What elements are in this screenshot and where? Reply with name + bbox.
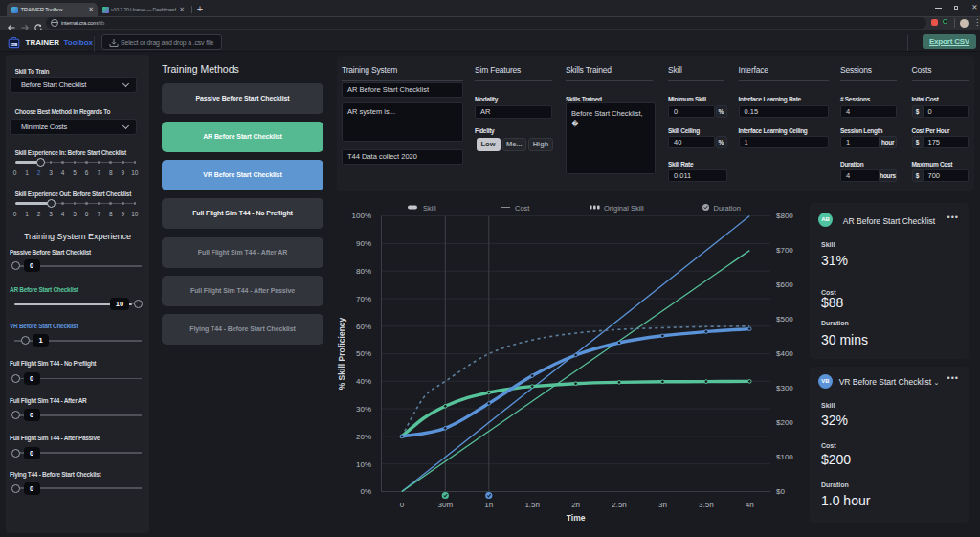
svg-text:$100: $100	[776, 453, 793, 461]
svg-text:$600: $600	[776, 280, 793, 289]
svg-text:0%: 0%	[360, 487, 371, 496]
svg-text:0: 0	[400, 501, 405, 509]
svg-text:Duration: Duration	[714, 204, 741, 213]
svg-text:90%: 90%	[356, 239, 371, 248]
svg-text:100%: 100%	[352, 212, 371, 220]
svg-text:1h: 1h	[484, 501, 493, 509]
svg-text:2.5h: 2.5h	[612, 501, 627, 509]
svg-text:$800: $800	[776, 212, 793, 220]
svg-text:$300: $300	[776, 384, 793, 392]
svg-text:% Skill Proficiency: % Skill Proficiency	[337, 317, 346, 390]
svg-text:Skill: Skill	[423, 204, 436, 213]
svg-text:$400: $400	[776, 349, 793, 358]
svg-text:2h: 2h	[571, 501, 580, 509]
svg-text:3h: 3h	[658, 501, 667, 509]
svg-text:3.5h: 3.5h	[699, 501, 714, 509]
svg-text:10%: 10%	[356, 460, 371, 469]
svg-text:Time: Time	[567, 513, 586, 523]
svg-text:1.5h: 1.5h	[524, 501, 540, 509]
svg-text:20%: 20%	[356, 433, 371, 441]
svg-text:Cost: Cost	[515, 204, 530, 213]
svg-text:$200: $200	[776, 418, 793, 427]
svg-text:30%: 30%	[356, 405, 371, 414]
svg-text:$700: $700	[776, 246, 793, 255]
svg-text:60%: 60%	[356, 323, 371, 331]
svg-text:70%: 70%	[356, 295, 371, 303]
svg-text:Original Skill: Original Skill	[604, 204, 644, 213]
svg-text:40%: 40%	[356, 377, 371, 386]
svg-text:80%: 80%	[356, 267, 371, 276]
svg-text:30m: 30m	[438, 501, 454, 509]
svg-text:50%: 50%	[356, 349, 371, 358]
svg-text:$0: $0	[776, 487, 785, 496]
svg-text:4h: 4h	[746, 501, 754, 509]
svg-text:$500: $500	[776, 315, 793, 324]
